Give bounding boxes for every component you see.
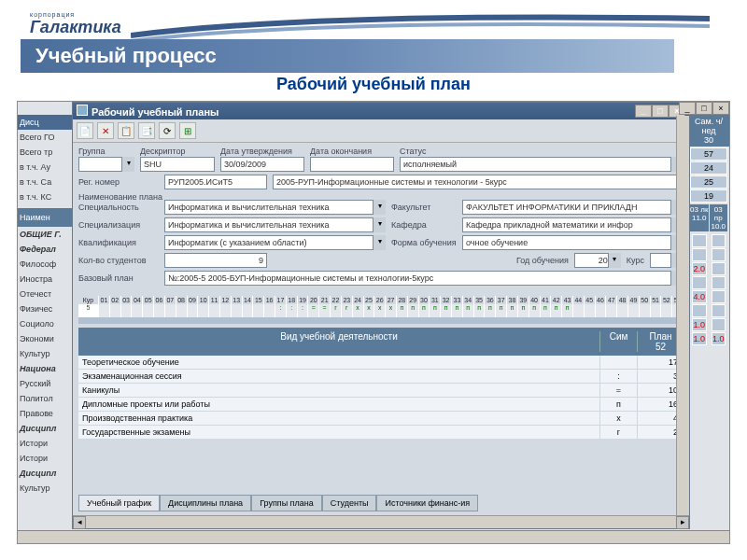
copy-icon[interactable]: 📋 — [118, 122, 134, 139]
base-plan-input[interactable] — [164, 271, 684, 286]
activity-row[interactable]: Дипломные проекты или работып16 — [78, 398, 684, 412]
discipline-item[interactable]: Федерал — [18, 242, 72, 257]
discipline-item[interactable]: Национа — [18, 361, 72, 376]
week-cell[interactable]: : — [287, 304, 298, 317]
week-cell[interactable]: п — [419, 304, 430, 317]
descriptor-input[interactable] — [140, 157, 215, 172]
week-cell[interactable] — [132, 304, 143, 317]
discipline-item[interactable]: Философ — [18, 257, 72, 272]
discipline-item[interactable]: ОБЩИЕ Г. — [18, 227, 72, 242]
week-cell[interactable]: п — [529, 304, 541, 317]
week-cell[interactable] — [188, 304, 199, 317]
week-cell[interactable]: г — [342, 304, 353, 317]
scroll-left-icon[interactable]: ◂ — [73, 516, 86, 529]
discipline-item[interactable]: Культур — [18, 481, 72, 496]
department-input[interactable] — [462, 217, 684, 232]
week-cell[interactable] — [606, 304, 617, 317]
week-cell[interactable]: п — [441, 304, 452, 317]
discipline-item[interactable]: Дисципл — [18, 421, 72, 436]
paste-icon[interactable]: 📑 — [138, 122, 155, 139]
week-cell[interactable] — [596, 304, 607, 317]
tab-источники-финанс-ия[interactable]: Источники финанс-ия — [376, 495, 478, 511]
week-cell[interactable] — [651, 304, 662, 317]
discipline-item[interactable]: Правове — [18, 406, 72, 421]
week-cell[interactable] — [232, 304, 243, 317]
week-cell[interactable]: п — [397, 304, 408, 317]
win-maximize-button[interactable]: □ — [652, 105, 669, 118]
app-horizontal-scrollbar[interactable] — [18, 530, 729, 543]
week-cell[interactable] — [176, 304, 188, 317]
discipline-item[interactable]: Социоло — [18, 316, 72, 331]
week-cell[interactable]: п — [430, 304, 441, 317]
week-cell[interactable] — [154, 304, 165, 317]
week-cell[interactable]: п — [496, 304, 507, 317]
maximize-button[interactable]: □ — [696, 102, 712, 115]
week-cell[interactable]: п — [408, 304, 419, 317]
discipline-item[interactable]: Истори — [18, 436, 72, 451]
study-form-input[interactable] — [462, 235, 684, 250]
delete-icon[interactable]: ✕ — [97, 122, 114, 139]
week-cell[interactable]: : — [275, 304, 287, 317]
win-minimize-button[interactable]: _ — [635, 105, 652, 118]
refresh-icon[interactable]: ⟳ — [159, 122, 176, 139]
tab-дисциплины-плана[interactable]: Дисциплины плана — [160, 495, 251, 511]
week-cell[interactable]: п — [452, 304, 463, 317]
discipline-item[interactable]: Иностра — [18, 272, 72, 287]
status-input[interactable] — [400, 157, 684, 172]
discipline-item[interactable]: Культур — [18, 346, 72, 361]
discipline-item[interactable]: Физичес — [18, 301, 72, 316]
dropdown-icon[interactable]: ▾ — [121, 157, 134, 172]
week-cell[interactable]: х — [364, 304, 375, 317]
week-cell[interactable] — [198, 304, 209, 317]
dropdown-icon[interactable]: ▾ — [373, 217, 386, 232]
date-approved-input[interactable] — [220, 157, 304, 172]
activity-row[interactable]: Теоретическое обучение17 — [78, 356, 684, 370]
activity-row[interactable]: Каникулы=10 — [78, 384, 684, 398]
excel-icon[interactable]: ⊞ — [179, 122, 196, 139]
week-cell[interactable] — [99, 304, 110, 317]
week-cell[interactable] — [573, 304, 585, 317]
discipline-item[interactable]: Русский — [18, 376, 72, 391]
discipline-item[interactable]: Истори — [18, 451, 72, 466]
week-cell[interactable] — [585, 304, 596, 317]
tab-студенты[interactable]: Студенты — [322, 495, 377, 511]
week-cell[interactable]: : — [298, 304, 309, 317]
week-cell[interactable]: = — [319, 304, 331, 317]
discipline-item[interactable]: Дисципл — [18, 466, 72, 481]
discipline-item[interactable]: Отечест — [18, 287, 72, 301]
qualification-input[interactable] — [164, 235, 386, 250]
spinner-icon[interactable]: ▾ — [608, 253, 621, 268]
horizontal-scrollbar[interactable]: ◂ ▸ — [73, 515, 689, 528]
week-cell[interactable] — [661, 304, 672, 317]
week-cell[interactable] — [264, 304, 275, 317]
student-count-input[interactable] — [164, 253, 267, 268]
week-cell[interactable]: п — [541, 304, 552, 317]
scroll-right-icon[interactable]: ▸ — [676, 516, 689, 529]
week-cell[interactable] — [143, 304, 154, 317]
week-cell[interactable] — [121, 304, 133, 317]
specialty-input[interactable] — [164, 200, 386, 215]
dropdown-icon[interactable]: ▾ — [373, 200, 386, 215]
date-end-input[interactable] — [310, 157, 394, 172]
tab-группы-плана[interactable]: Группы плана — [251, 495, 322, 511]
vertical-scrollbar[interactable] — [676, 116, 689, 515]
activity-row[interactable]: Государственные экзаменыг2 — [78, 426, 684, 440]
new-doc-icon[interactable]: 📄 — [77, 122, 93, 139]
dropdown-icon[interactable]: ▾ — [373, 235, 386, 250]
week-cell[interactable] — [209, 304, 220, 317]
week-cell[interactable] — [220, 304, 232, 317]
discipline-item[interactable]: Экономи — [18, 331, 72, 346]
week-cell[interactable] — [253, 304, 264, 317]
week-cell[interactable] — [243, 304, 254, 317]
week-cell[interactable]: п — [562, 304, 573, 317]
week-cell[interactable]: х — [353, 304, 364, 317]
week-cell[interactable]: п — [474, 304, 486, 317]
week-cell[interactable]: п — [463, 304, 474, 317]
week-cell[interactable]: = — [308, 304, 319, 317]
week-cell[interactable]: х — [374, 304, 386, 317]
discipline-item[interactable]: Политол — [18, 391, 72, 406]
week-cell[interactable]: х — [386, 304, 397, 317]
week-cell[interactable] — [165, 304, 176, 317]
plan-name-input[interactable] — [273, 175, 684, 189]
tab-учебный-график[interactable]: Учебный график — [78, 495, 160, 511]
